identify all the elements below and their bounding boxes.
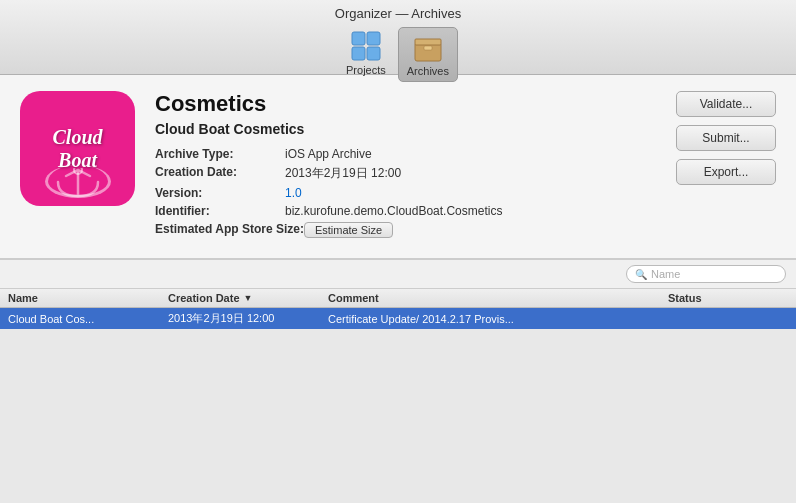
svg-rect-6: [424, 46, 432, 50]
col-header-status: Status: [668, 292, 788, 304]
col-header-date: Creation Date ▼: [168, 292, 328, 304]
projects-icon: [350, 30, 382, 62]
col-header-name: Name: [8, 292, 168, 304]
icon-line1: Cloud: [52, 126, 102, 149]
identifier-label: Identifier:: [155, 204, 285, 218]
creation-date-row: Creation Date: 2013年2月19日 12:00: [155, 165, 656, 182]
estimated-size-label: Estimated App Store Size:: [155, 222, 304, 238]
app-info: Cosmetics Cloud Boat Cosmetics Archive T…: [155, 91, 656, 242]
creation-date-label: Creation Date:: [155, 165, 285, 182]
projects-button[interactable]: Projects: [338, 27, 394, 82]
app-subtitle: Cloud Boat Cosmetics: [155, 121, 656, 137]
svg-rect-4: [415, 43, 441, 61]
row-comment: Certificate Update/ 2014.2.17 Provis...: [328, 313, 668, 325]
archive-type-value: iOS App Archive: [285, 147, 372, 161]
creation-date-value: 2013年2月19日 12:00: [285, 165, 401, 182]
archives-icon: [412, 31, 444, 63]
col-header-comment: Comment: [328, 292, 668, 304]
table-row[interactable]: Cloud Boat Cos... 2013年2月19日 12:00 Certi…: [0, 308, 796, 329]
estimate-size-button[interactable]: Estimate Size: [304, 222, 393, 238]
estimated-size-row: Estimated App Store Size: Estimate Size: [155, 222, 656, 238]
search-bar-area: 🔍 Name: [0, 260, 796, 289]
svg-rect-0: [352, 32, 365, 45]
table-body: Cloud Boat Cos... 2013年2月19日 12:00 Certi…: [0, 308, 796, 329]
identifier-value: biz.kurofune.demo.CloudBoat.Cosmetics: [285, 204, 502, 218]
search-placeholder: Name: [651, 268, 680, 280]
search-icon: 🔍: [635, 269, 647, 280]
app-name: Cosmetics: [155, 91, 656, 117]
archives-button[interactable]: Archives: [398, 27, 458, 82]
svg-rect-5: [415, 39, 441, 45]
svg-rect-3: [367, 47, 380, 60]
sort-arrow-icon: ▼: [244, 293, 253, 303]
export-button[interactable]: Export...: [676, 159, 776, 185]
window-title: Organizer — Archives: [0, 6, 796, 21]
toolbar: Projects Archives: [0, 27, 796, 82]
validate-button[interactable]: Validate...: [676, 91, 776, 117]
row-name: Cloud Boat Cos...: [8, 313, 168, 325]
version-row: Version: 1.0: [155, 186, 656, 200]
detail-panel: Cloud Boat Cosmetics Cloud Boat Cosmetic…: [0, 75, 796, 259]
identifier-row: Identifier: biz.kurofune.demo.CloudBoat.…: [155, 204, 656, 218]
version-label: Version:: [155, 186, 285, 200]
version-value: 1.0: [285, 186, 302, 200]
svg-rect-1: [367, 32, 380, 45]
projects-label: Projects: [346, 64, 386, 76]
archive-type-row: Archive Type: iOS App Archive: [155, 147, 656, 161]
archive-type-label: Archive Type:: [155, 147, 285, 161]
row-date: 2013年2月19日 12:00: [168, 311, 328, 326]
title-bar: Organizer — Archives Projects: [0, 0, 796, 75]
submit-button[interactable]: Submit...: [676, 125, 776, 151]
app-icon: Cloud Boat: [20, 91, 135, 206]
table-header: Name Creation Date ▼ Comment Status: [0, 289, 796, 308]
icon-line2: Boat: [58, 149, 97, 172]
action-buttons: Validate... Submit... Export...: [676, 91, 776, 185]
archives-label: Archives: [407, 65, 449, 77]
search-box[interactable]: 🔍 Name: [626, 265, 786, 283]
svg-rect-2: [352, 47, 365, 60]
